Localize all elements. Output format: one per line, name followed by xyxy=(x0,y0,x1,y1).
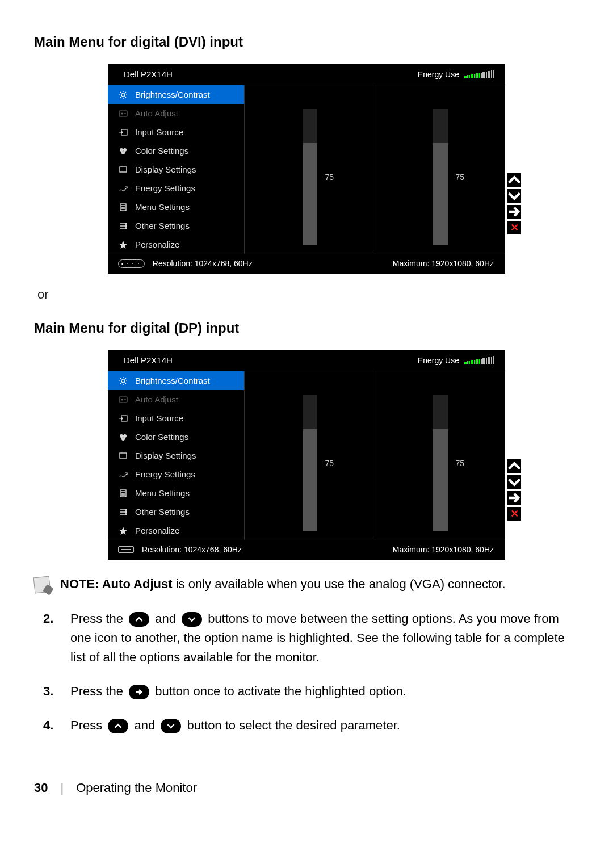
resolution-wrap: Resolution: 1024x768, 60Hz xyxy=(118,545,242,554)
brightness-slider[interactable]: 75 xyxy=(303,395,317,531)
menu-item-label: Input Source xyxy=(135,413,183,423)
note-icon xyxy=(33,576,51,594)
energy-icon xyxy=(118,184,128,193)
osd-header: Dell P2X14HEnergy Use xyxy=(108,64,505,85)
display-icon xyxy=(118,165,128,174)
contrast-slider[interactable]: 75 xyxy=(433,109,448,245)
menu-item-label: Energy Settings xyxy=(135,183,195,193)
menu-item-label: Auto Adjust xyxy=(135,395,178,404)
menu-item-display[interactable]: Display Settings xyxy=(108,160,244,179)
nav-down-button[interactable] xyxy=(507,189,521,203)
menu-item-label: Menu Settings xyxy=(135,488,190,498)
svg-point-9 xyxy=(125,223,127,224)
svg-rect-7 xyxy=(120,167,127,172)
brightness-slider[interactable]: 75 xyxy=(303,109,317,245)
step-body: Press the button once to activate the hi… xyxy=(70,682,406,701)
nav-enter-button[interactable] xyxy=(507,491,521,505)
t: button to select the desired parameter. xyxy=(187,718,400,732)
menu-item-energy[interactable]: Energy Settings xyxy=(108,465,244,484)
menu-item-autoadjust: Auto Adjust xyxy=(108,390,244,409)
osd-panes: 7575 xyxy=(244,371,505,540)
nav-down-button[interactable] xyxy=(507,475,521,489)
input-icon xyxy=(118,414,128,423)
t: Press the xyxy=(70,611,127,626)
menu-item-label: Energy Settings xyxy=(135,469,195,479)
menu-item-display[interactable]: Display Settings xyxy=(108,446,244,465)
svg-point-22 xyxy=(125,509,127,510)
menu-icon xyxy=(118,203,128,212)
note-rest: is only available when you use the analo… xyxy=(173,577,506,591)
t: Press xyxy=(70,718,106,732)
menu-item-energy[interactable]: Energy Settings xyxy=(108,179,244,198)
osd-dvi-wrap: Dell P2X14HEnergy Use ✕ Brightness/Contr… xyxy=(34,64,579,274)
energy-label: Energy Use xyxy=(418,70,494,79)
svg-point-19 xyxy=(121,437,125,441)
menu-item-label: Brightness/Contrast xyxy=(135,376,210,385)
pane-brightness: 75 xyxy=(245,371,375,540)
osd-menu: Brightness/ContrastAuto AdjustInput Sour… xyxy=(108,85,244,254)
pane-contrast: 75 xyxy=(375,85,505,254)
autoadjust-icon xyxy=(118,109,128,118)
menu-item-label: Personalize xyxy=(135,526,179,535)
nav-enter-button[interactable] xyxy=(507,205,521,219)
menu-item-other[interactable]: Other Settings xyxy=(108,216,244,235)
svg-point-10 xyxy=(125,225,127,226)
maximum-text: Maximum: 1920x1080, 60Hz xyxy=(393,259,494,268)
contrast-value: 75 xyxy=(456,459,465,468)
resolution-text: Resolution: 1024x768, 60Hz xyxy=(142,545,242,554)
energy-meter-icon xyxy=(464,70,494,78)
t: Press the xyxy=(70,684,127,698)
osd-footer: ⋮⋮⋮Resolution: 1024x768, 60HzMaximum: 19… xyxy=(108,254,505,274)
steps-list: 2. Press the and buttons to move between… xyxy=(43,609,579,735)
brightness-icon xyxy=(118,90,128,99)
step-3: 3. Press the button once to activate the… xyxy=(43,682,579,701)
svg-point-11 xyxy=(125,227,127,228)
contrast-slider[interactable]: 75 xyxy=(433,395,448,531)
note-row: NOTE: Auto Adjust is only available when… xyxy=(34,576,579,593)
menu-item-menu[interactable]: Menu Settings xyxy=(108,198,244,216)
menu-item-label: Display Settings xyxy=(135,165,196,174)
menu-item-label: Input Source xyxy=(135,127,183,137)
menu-item-color[interactable]: Color Settings xyxy=(108,141,244,160)
footer-separator: | xyxy=(60,781,64,795)
resolution-text: Resolution: 1024x768, 60Hz xyxy=(153,259,253,268)
menu-item-other[interactable]: Other Settings xyxy=(108,502,244,521)
menu-item-brightness[interactable]: Brightness/Contrast xyxy=(108,371,244,390)
other-icon xyxy=(118,221,128,230)
up-icon xyxy=(108,719,128,733)
menu-item-menu[interactable]: Menu Settings xyxy=(108,484,244,502)
menu-item-input[interactable]: Input Source xyxy=(108,123,244,141)
menu-item-label: Brightness/Contrast xyxy=(135,90,210,99)
nav-close-button[interactable]: ✕ xyxy=(507,221,521,234)
footer-section: Operating the Monitor xyxy=(76,781,197,795)
menu-item-personalize[interactable]: Personalize xyxy=(108,521,244,540)
menu-item-label: Auto Adjust xyxy=(135,108,178,118)
svg-point-5 xyxy=(123,148,127,152)
down-icon xyxy=(182,612,202,627)
maximum-text: Maximum: 1920x1080, 60Hz xyxy=(393,545,494,554)
nav-close-button[interactable]: ✕ xyxy=(507,507,521,521)
other-icon xyxy=(118,508,128,517)
nav-up-button[interactable] xyxy=(507,459,521,473)
menu-item-input[interactable]: Input Source xyxy=(108,409,244,427)
svg-rect-20 xyxy=(120,453,127,458)
osd-header: Dell P2X14HEnergy Use xyxy=(108,350,505,371)
menu-item-label: Color Settings xyxy=(135,146,188,156)
energy-meter-icon xyxy=(464,357,494,364)
color-icon xyxy=(118,433,128,442)
page-number: 30 xyxy=(34,781,48,795)
menu-item-brightness[interactable]: Brightness/Contrast xyxy=(108,85,244,104)
nav-up-button[interactable] xyxy=(507,173,521,187)
menu-item-personalize[interactable]: Personalize xyxy=(108,235,244,254)
menu-item-color[interactable]: Color Settings xyxy=(108,427,244,446)
input-icon xyxy=(118,128,128,137)
menu-item-label: Display Settings xyxy=(135,451,196,460)
step-num: 4. xyxy=(43,716,59,735)
osd-panel-dvi: Dell P2X14HEnergy Use ✕ Brightness/Contr… xyxy=(108,64,505,274)
step-body: Press the and buttons to move between th… xyxy=(70,609,579,667)
step-num: 2. xyxy=(43,609,59,667)
heading-dvi: Main Menu for digital (DVI) input xyxy=(34,34,579,50)
note-text: NOTE: Auto Adjust is only available when… xyxy=(60,576,506,593)
svg-point-23 xyxy=(125,511,127,512)
svg-point-24 xyxy=(125,513,127,514)
